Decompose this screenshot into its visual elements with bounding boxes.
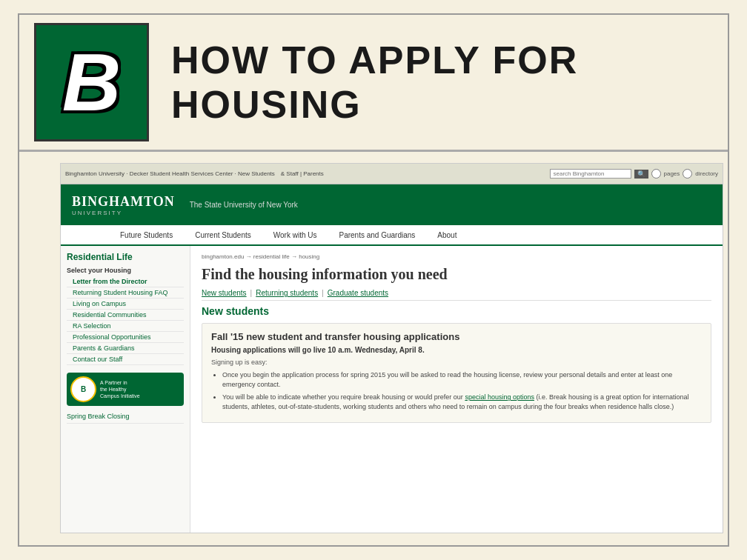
slide-header: B HOW TO APPLY FOR HOUSING [19, 15, 728, 152]
breadcrumb: binghamton.edu → residential life → hous… [202, 253, 711, 260]
partner-logo: B [70, 376, 96, 402]
student-tabs: New students | Returning students | Grad… [202, 289, 711, 301]
partner-text: A Partner in the Healthy Campus Initiati… [100, 379, 140, 399]
info-box-subtitle: Housing applications will go live 10 a.m… [211, 346, 702, 354]
university-logo: B [34, 23, 149, 141]
nav-current-students[interactable]: Current Students [195, 231, 251, 239]
partner-line3: Campus Initiative [100, 393, 140, 399]
browser-topbar: Binghamton University · Decker Student H… [61, 164, 723, 184]
search-bar: 🔍 pages directory [550, 169, 718, 179]
main-content: Residential Life Select your Housing Let… [61, 246, 723, 533]
sidebar-link-residential-communities[interactable]: Residential Communities [67, 310, 184, 321]
bullet-text-2-start: You will be able to indicate whether you… [222, 393, 465, 401]
tab-graduate-students[interactable]: Graduate students [328, 289, 388, 297]
sidebar-link-professional-opportunities[interactable]: Professional Opportunities [67, 332, 184, 343]
info-box-intro: Signing up is easy: [211, 359, 702, 366]
sidebar-link-spring-break[interactable]: Spring Break Closing [67, 410, 184, 424]
university-name: BINGHAMTON [72, 194, 175, 209]
browser-nav-text: Binghamton University · Decker Student H… [65, 170, 275, 177]
partner-line2: the Healthy [100, 387, 126, 392]
search-input[interactable] [550, 169, 631, 179]
partner-box: B A Partner in the Healthy Campus Initia… [67, 373, 184, 406]
tab-returning-students[interactable]: Returning students [256, 289, 318, 297]
bullet-item-1: Once you begin the application process f… [222, 370, 702, 389]
section-heading-new-students: New students [202, 305, 711, 317]
partner-line1: A Partner in [100, 380, 127, 385]
info-box-title: Fall '15 new student and transfer housin… [211, 331, 702, 342]
university-tagline: The State University of New York [190, 201, 298, 209]
sidebar: Residential Life Select your Housing Let… [61, 246, 190, 533]
radio-options: pages directory [651, 169, 718, 179]
slide: B HOW TO APPLY FOR HOUSING Binghamton Un… [18, 13, 729, 547]
nav-future-students[interactable]: Future Students [120, 231, 173, 239]
content-pane: binghamton.edu → residential life → hous… [190, 246, 723, 533]
sidebar-link-living-on-campus[interactable]: Living on Campus [67, 299, 184, 310]
sidebar-link-returning-faq[interactable]: Returning Student Housing FAQ [67, 287, 184, 299]
radio-pages[interactable] [651, 169, 661, 179]
sidebar-link-parents-guardians[interactable]: Parents & Guardians [67, 343, 184, 354]
sidebar-link-contact-staff[interactable]: Contact our Staff [67, 354, 184, 365]
search-button[interactable]: 🔍 [634, 170, 648, 179]
university-header: BINGHAMTON UNIVERSITY The State Universi… [61, 184, 723, 225]
special-housing-link[interactable]: special housing options [465, 393, 534, 401]
slide-title: HOW TO APPLY FOR HOUSING [171, 38, 713, 127]
browser-screenshot: Binghamton University · Decker Student H… [60, 163, 723, 533]
sidebar-section-title: Residential Life [67, 252, 184, 262]
radio-directory-label: directory [695, 170, 718, 177]
browser-tabs-text: & Staff | Parents [281, 170, 324, 177]
bullet-text-1: Once you begin the application process f… [222, 371, 672, 388]
university-sub: UNIVERSITY [72, 210, 175, 216]
nav-work-with-us[interactable]: Work with Us [273, 231, 317, 239]
page-heading: Find the housing information you need [202, 266, 711, 283]
tab-new-students[interactable]: New students [202, 289, 247, 297]
navigation-bar: Future Students Current Students Work wi… [61, 225, 723, 246]
logo-letter: B [62, 41, 121, 123]
bullet-list: Once you begin the application process f… [211, 370, 702, 411]
sidebar-link-letter-director[interactable]: Letter from the Director [67, 276, 184, 287]
bullet-item-2: You will be able to indicate whether you… [222, 393, 702, 411]
info-box: Fall '15 new student and transfer housin… [202, 323, 711, 423]
nav-parents-guardians[interactable]: Parents and Guardians [339, 231, 415, 239]
radio-directory[interactable] [683, 169, 692, 179]
radio-pages-label: pages [664, 170, 680, 177]
nav-about[interactable]: About [437, 231, 456, 239]
sidebar-link-ra-selection[interactable]: RA Selection [67, 321, 184, 332]
university-branding: BINGHAMTON UNIVERSITY [72, 194, 175, 216]
sidebar-group-select-housing: Select your Housing [67, 267, 184, 274]
